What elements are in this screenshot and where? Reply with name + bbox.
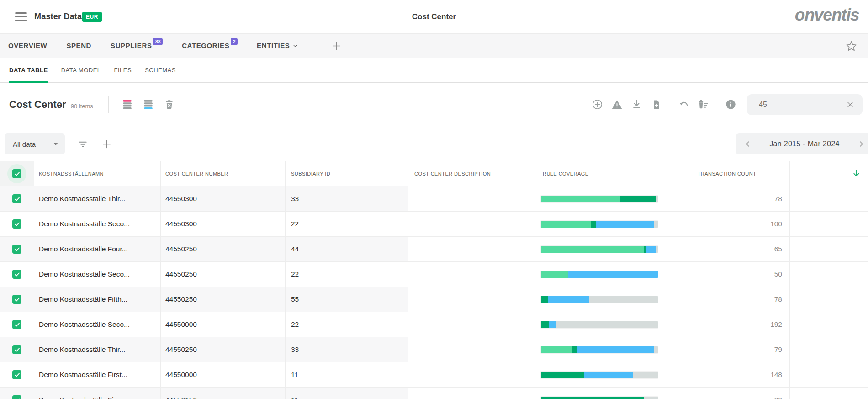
cell-name: Demo Kostnadsställe Fifth... (34, 287, 161, 312)
cell-extra (790, 237, 868, 262)
coverage-segment-mint (541, 196, 620, 202)
add-record-button[interactable] (591, 98, 603, 111)
prev-period-icon[interactable] (744, 140, 752, 148)
filter-list-icon[interactable] (77, 138, 89, 150)
file-plus-icon[interactable] (650, 98, 662, 111)
rule-coverage-bar (541, 196, 658, 202)
cell-cost-center-number: 44550250 (161, 262, 286, 287)
delete-sweep-icon[interactable] (697, 98, 709, 111)
rule-coverage-bar (541, 397, 658, 399)
column-header-transaction-count: TRANSACTION COUNT (664, 161, 790, 186)
info-icon[interactable] (725, 98, 737, 111)
scope-dropdown-value: All data (13, 140, 53, 148)
stack-blue-icon[interactable] (142, 98, 154, 111)
rule-coverage-bar (541, 221, 658, 228)
cell-extra (790, 186, 868, 212)
row-checkbox[interactable] (12, 194, 21, 203)
row-checkbox[interactable] (12, 370, 21, 379)
rule-coverage-bar (541, 271, 658, 278)
search-value: 45 (759, 101, 846, 109)
coverage-segment-green (541, 321, 549, 328)
table-row: Demo Kostnadsställe Seco...4455030022100 (0, 212, 868, 237)
favorite-star-icon[interactable] (845, 40, 858, 55)
coverage-segment-mint (541, 346, 572, 353)
next-period-icon[interactable] (857, 140, 865, 148)
coverage-segment-green (620, 196, 656, 202)
cell-transaction-count: 192 (664, 312, 790, 337)
coverage-segment-blue (577, 346, 654, 353)
nav-item-categories[interactable]: CATEGORIES2 (182, 41, 238, 50)
coverage-segment-mint (541, 221, 591, 228)
cell-subsidiary-id: 33 (286, 337, 408, 362)
scope-dropdown[interactable]: All data (5, 133, 65, 154)
coverage-segment-blue (584, 372, 634, 378)
cell-cost-center-number: 44550250 (161, 287, 286, 312)
cell-description (408, 388, 538, 399)
clear-search-icon[interactable] (846, 101, 854, 109)
cell-subsidiary-id: 11 (286, 362, 408, 388)
cell-rule-coverage (538, 186, 664, 212)
items-count: 90 items (71, 103, 93, 110)
cell-subsidiary-id: 22 (286, 262, 408, 287)
stack-pink-icon[interactable] (121, 98, 133, 111)
rule-coverage-bar (541, 296, 658, 303)
row-checkbox[interactable] (12, 245, 21, 254)
row-checkbox[interactable] (12, 345, 21, 354)
cell-cost-center-number: 44550300 (161, 212, 286, 237)
cell-subsidiary-id: 11 (286, 388, 408, 399)
row-checkbox[interactable] (12, 219, 21, 229)
undo-icon[interactable] (677, 98, 690, 111)
nav-item-suppliers[interactable]: SUPPLIERS88 (111, 41, 163, 50)
add-filter-button[interactable] (101, 138, 112, 150)
cell-rule-coverage (538, 312, 664, 337)
table-row: Demo Kostnadsställe Seco...445502502250 (0, 262, 868, 287)
add-tab-button[interactable] (331, 40, 342, 52)
cell-extra (790, 337, 868, 362)
nav-item-overview[interactable]: OVERVIEW (8, 41, 47, 50)
nav-item-spend[interactable]: SPEND (66, 41, 91, 50)
row-checkbox[interactable] (12, 295, 21, 304)
row-select-cell (0, 212, 34, 237)
download-icon[interactable] (630, 98, 643, 111)
cell-description (408, 287, 538, 312)
tab-files[interactable]: FILES (114, 58, 132, 83)
coverage-segment-mint (541, 246, 644, 253)
row-select-cell (0, 312, 34, 337)
cell-name: Demo Kostnadsställe First... (34, 362, 161, 388)
section-header: Cost Center 90 items (0, 83, 868, 126)
rule-coverage-bar (541, 372, 658, 378)
tab-data-table[interactable]: DATA TABLE (9, 58, 48, 83)
warning-icon[interactable] (611, 98, 623, 111)
search-input[interactable]: 45 (747, 94, 863, 115)
cell-cost-center-number: 44550250 (161, 237, 286, 262)
row-checkbox[interactable] (12, 395, 21, 399)
cell-description (408, 186, 538, 212)
chevron-down-icon (292, 43, 299, 49)
sort-arrow-icon[interactable] (851, 168, 862, 180)
rule-coverage-bar (541, 246, 658, 253)
nav-items: OVERVIEWSPENDSUPPLIERS88CATEGORIES2ENTIT… (8, 41, 318, 50)
trash-x-icon[interactable] (163, 98, 175, 111)
cell-rule-coverage (538, 287, 664, 312)
row-checkbox[interactable] (12, 270, 21, 279)
tab-data-model[interactable]: DATA MODEL (61, 58, 101, 83)
cell-description (408, 262, 538, 287)
table-row: Demo Kostnadsställe Thir...445502503379 (0, 337, 868, 362)
table-body: Demo Kostnadsställe Thir...445503003378D… (0, 186, 868, 399)
nav-item-entities[interactable]: ENTITIES (257, 41, 299, 50)
coverage-segment-blue (549, 321, 556, 328)
view-icons (121, 98, 184, 111)
row-checkbox[interactable] (12, 320, 21, 329)
tab-schemas[interactable]: SCHEMAS (145, 58, 176, 83)
main-nav: OVERVIEWSPENDSUPPLIERS88CATEGORIES2ENTIT… (0, 33, 868, 58)
cell-cost-center-number: 44550000 (161, 312, 286, 337)
coverage-segment-mint (541, 271, 568, 278)
select-all-checkbox[interactable] (12, 169, 21, 178)
cell-name: Demo Kostnadsställe Seco... (34, 212, 161, 237)
date-range-label: Jan 2015 - Mar 2024 (752, 140, 857, 148)
cell-transaction-count: 78 (664, 287, 790, 312)
sub-tabs: DATA TABLEDATA MODELFILESSCHEMAS (0, 58, 868, 83)
cell-extra (790, 212, 868, 237)
page-title: Cost Center (0, 0, 868, 33)
cell-name: Demo Kostnadsställe Seco... (34, 262, 161, 287)
